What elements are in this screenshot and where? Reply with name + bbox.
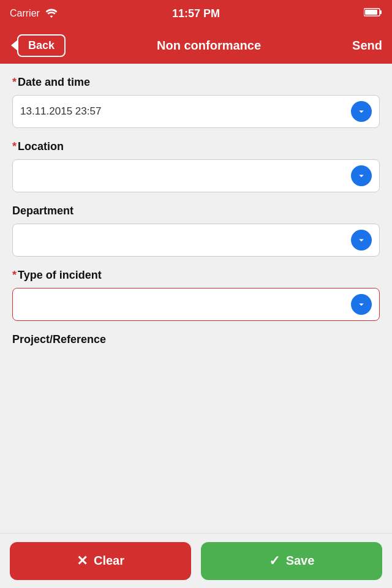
department-label: Department [12,205,380,217]
nav-bar: Back Non conformance Send [0,27,392,64]
chevron-down-icon [356,235,367,246]
svg-rect-2 [380,10,382,14]
incident-type-dropdown[interactable] [12,288,380,321]
incident-type-section: * Type of incident [12,269,380,321]
incident-type-required-star: * [12,269,17,282]
save-icon: ✓ [269,553,280,569]
chevron-down-icon [356,170,367,181]
project-reference-section: Project/Reference [12,333,380,346]
location-arrow[interactable] [351,165,372,186]
location-section: * Location [12,140,380,192]
wifi-icon [45,9,58,18]
save-button[interactable]: ✓ Save [201,542,382,580]
incident-type-arrow[interactable] [351,294,372,315]
battery-icon [364,7,382,20]
department-dropdown[interactable] [12,224,380,257]
carrier-label: Carrier [10,8,40,19]
back-button[interactable]: Back [17,34,66,57]
date-time-dropdown[interactable]: 13.11.2015 23:57 [12,95,380,128]
back-button-wrapper[interactable]: Back [10,34,66,57]
nav-title: Non conformance [157,39,261,53]
department-arrow[interactable] [351,230,372,251]
clear-icon: ✕ [77,553,88,569]
status-bar: Carrier 11:57 PM [0,0,392,27]
project-reference-label: Project/Reference [12,333,380,346]
bottom-bar: ✕ Clear ✓ Save [0,533,392,588]
date-time-required-star: * [12,76,17,89]
clear-label: Clear [94,554,124,568]
svg-rect-1 [365,10,377,15]
location-label: * Location [12,140,380,153]
status-bar-time: 11:57 PM [172,7,220,20]
chevron-down-icon [356,106,367,117]
location-dropdown[interactable] [12,159,380,192]
incident-type-label: * Type of incident [12,269,380,282]
back-label: Back [28,39,55,52]
status-bar-left: Carrier [10,8,58,19]
main-content: * Date and time 13.11.2015 23:57 * Locat… [0,64,392,533]
location-required-star: * [12,140,17,153]
date-time-label: * Date and time [12,76,380,89]
chevron-down-icon [356,299,367,310]
send-button[interactable]: Send [352,39,382,53]
department-section: Department [12,205,380,257]
date-time-value: 13.11.2015 23:57 [20,105,101,118]
clear-button[interactable]: ✕ Clear [10,542,191,580]
save-label: Save [286,554,315,568]
date-time-arrow[interactable] [351,101,372,122]
date-time-section: * Date and time 13.11.2015 23:57 [12,76,380,128]
